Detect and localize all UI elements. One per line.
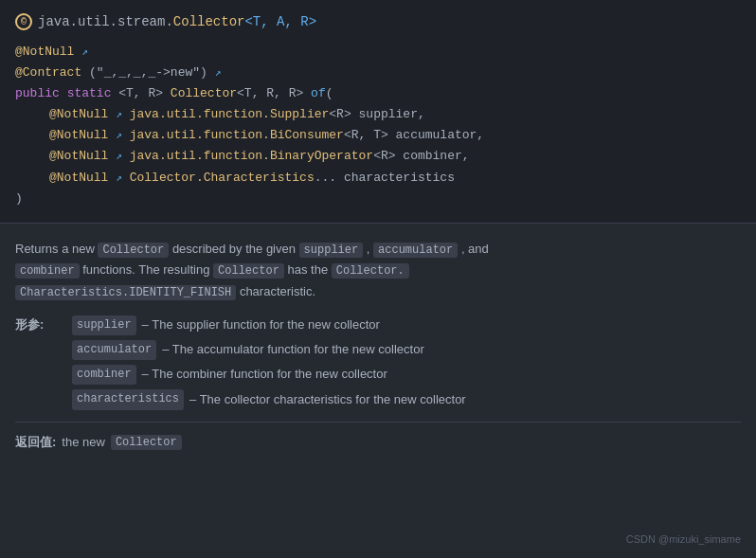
- top-section: © java.util.stream.Collector<T, A, R> @N…: [0, 0, 756, 224]
- param-desc-characteristics: – The collector characteristics for the …: [189, 390, 466, 410]
- desc-text1: Returns a new: [15, 242, 98, 256]
- param-line-3: @NotNull ↗ java.util.function.BinaryOper…: [15, 146, 741, 167]
- desc-code3: accumulator: [373, 243, 458, 258]
- desc-text7: characteristic.: [240, 284, 315, 298]
- return-text: the new: [62, 435, 105, 449]
- param-row: 形参: supplier – The supplier function for…: [15, 315, 741, 410]
- return-section: 返回值: the new Collector: [15, 422, 741, 451]
- bottom-section: Returns a new Collector described by the…: [0, 224, 756, 558]
- param-entries: supplier – The supplier function for the…: [72, 315, 466, 410]
- watermark: CSDN @mizuki_simame: [626, 533, 741, 545]
- desc-text2: described by the given: [172, 242, 299, 256]
- desc-code1: Collector: [98, 243, 169, 258]
- param-line-1: @NotNull ↗ java.util.function.Supplier<R…: [15, 104, 741, 125]
- return-label: 返回值:: [15, 434, 56, 451]
- desc-code6: Collector.: [332, 263, 409, 279]
- desc-text3: ,: [367, 242, 373, 256]
- param-code-characteristics: characteristics: [72, 389, 184, 409]
- param-label: 形参:: [15, 315, 72, 335]
- param-line-2: @NotNull ↗ java.util.function.BiConsumer…: [15, 125, 741, 146]
- desc-text6: has the: [287, 262, 331, 277]
- class-icon: ©: [15, 13, 32, 30]
- class-header: © java.util.stream.Collector<T, A, R>: [15, 13, 741, 30]
- code-block: @NotNull ↗ @Contract ("_,_,_,_->new") ↗ …: [15, 42, 741, 209]
- desc-text4: , and: [461, 242, 489, 256]
- method-signature: public static <T, R> Collector<T, R, R> …: [15, 83, 741, 104]
- desc-text5: functions. The resulting: [82, 262, 213, 277]
- param-desc-combiner: – The combiner function for the new coll…: [142, 365, 387, 385]
- desc-code5: Collector: [213, 263, 284, 279]
- param-code-supplier: supplier: [72, 315, 136, 335]
- param-code-combiner: combiner: [72, 365, 136, 385]
- annotation-line-2: @Contract ("_,_,_,_->new") ↗: [15, 63, 741, 83]
- param-desc-accumulator: – The accumulator function for the new c…: [162, 340, 424, 360]
- param-entry-combiner: combiner – The combiner function for the…: [72, 365, 466, 385]
- param-desc-supplier: – The supplier function for the new coll…: [142, 315, 380, 335]
- desc-code7: Characteristics.IDENTITY_FINISH: [15, 285, 236, 300]
- closing-paren: ): [15, 189, 741, 209]
- desc-code4: combiner: [15, 263, 80, 279]
- desc-code2: supplier: [299, 243, 364, 258]
- description: Returns a new Collector described by the…: [15, 239, 741, 302]
- annotation-line-1: @NotNull ↗: [15, 42, 741, 63]
- param-code-accumulator: accumulator: [72, 340, 156, 360]
- param-entry-accumulator: accumulator – The accumulator function f…: [72, 340, 466, 360]
- param-entry-supplier: supplier – The supplier function for the…: [72, 315, 466, 335]
- param-entry-characteristics: characteristics – The collector characte…: [72, 389, 466, 409]
- param-line-4: @NotNull ↗ Collector.Characteristics... …: [15, 168, 741, 189]
- params-section: 形参: supplier – The supplier function for…: [15, 315, 741, 410]
- class-full-name: java.util.stream.Collector<T, A, R>: [38, 14, 316, 29]
- return-code: Collector: [111, 435, 182, 450]
